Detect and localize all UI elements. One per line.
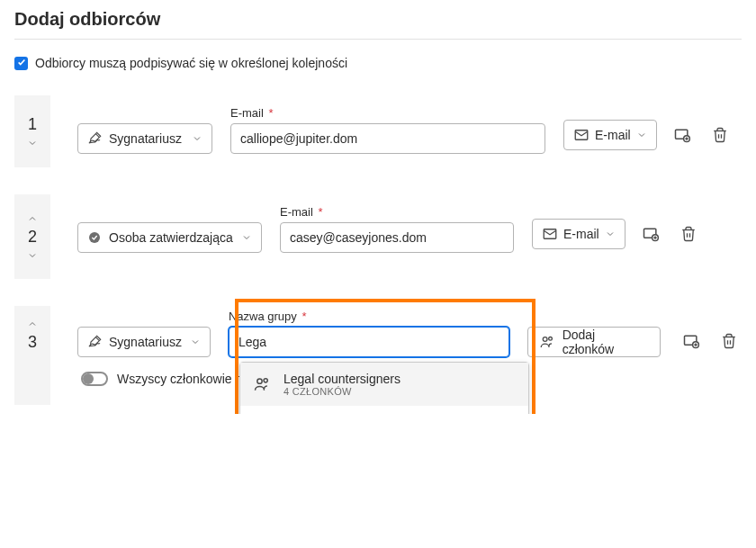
role-label: Osoba zatwierdzająca — [109, 230, 233, 245]
sign-order-label: Odbiorcy muszą podpisywać się w określon… — [35, 56, 347, 70]
group-name-field[interactable] — [229, 327, 509, 357]
recipient-row: 1 Sygnatariusz E-mail * E-mail — [14, 95, 742, 167]
group-icon — [253, 375, 271, 393]
group-add-icon — [539, 334, 555, 350]
delete-button[interactable] — [707, 122, 733, 148]
trash-icon — [721, 333, 737, 349]
chevron-down-icon — [192, 133, 202, 144]
role-select[interactable]: Sygnatariusz — [77, 123, 212, 154]
svg-point-5 — [89, 232, 100, 243]
page-title: Dodaj odbiorców — [14, 9, 742, 30]
delete-button[interactable] — [716, 328, 742, 354]
chevron-up-icon — [27, 319, 38, 329]
chevron-down-icon — [241, 232, 252, 243]
delete-button[interactable] — [676, 221, 701, 247]
sign-order-row[interactable]: Odbiorcy muszą podpisywać się w określon… — [14, 56, 742, 70]
order-handle[interactable]: 1 — [14, 95, 50, 167]
recipient-row: 2 Osoba zatwierdzająca E-mail * E-mail — [14, 194, 742, 279]
suggestion-name: Legal countersigners — [284, 372, 400, 386]
group-suggestion-item[interactable]: Legal countersigners 4 CZŁONKÓW — [240, 363, 528, 406]
email-label: E-mail * — [230, 106, 545, 120]
delivery-select[interactable]: E-mail — [563, 120, 657, 150]
role-label: Sygnatariusz — [109, 131, 182, 146]
chevron-up-icon — [27, 213, 38, 224]
divider — [14, 39, 742, 40]
chevron-down-icon — [605, 229, 616, 239]
options-button[interactable] — [679, 328, 704, 354]
mail-icon — [573, 127, 590, 143]
options-button[interactable] — [670, 122, 695, 148]
group-label: Nazwa grupy * — [229, 310, 509, 323]
role-label: Sygnatariusz — [109, 335, 182, 349]
email-label: E-mail * — [280, 205, 514, 219]
delivery-label: E-mail — [563, 227, 599, 241]
svg-point-18 — [264, 379, 267, 382]
options-icon — [682, 332, 700, 350]
delivery-select[interactable]: E-mail — [532, 219, 626, 249]
order-handle[interactable]: 2 — [14, 194, 50, 279]
add-members-button[interactable]: Dodaj członków — [527, 327, 661, 357]
order-number: 2 — [28, 228, 37, 247]
order-handle[interactable]: 3 — [14, 306, 50, 405]
order-number: 3 — [28, 333, 37, 352]
all-members-label: Wszyscy członkowie mu — [117, 372, 253, 386]
svg-point-17 — [257, 379, 262, 383]
options-button[interactable] — [638, 221, 663, 247]
email-field[interactable] — [230, 123, 545, 154]
add-members-label: Dodaj członków — [562, 328, 649, 356]
email-field[interactable] — [280, 222, 514, 253]
signer-icon — [87, 131, 102, 146]
group-suggestions-dropdown: Legal countersigners 4 CZŁONKÓW Legal Ma… — [239, 362, 529, 414]
svg-point-12 — [549, 337, 553, 340]
checkbox-sign-order[interactable] — [14, 57, 28, 70]
options-icon — [673, 126, 691, 144]
delivery-label: E-mail — [595, 128, 631, 142]
suggestion-count: 4 CZŁONKÓW — [284, 386, 400, 397]
chevron-down-icon — [190, 337, 201, 347]
mail-icon — [542, 226, 558, 242]
role-select[interactable]: Osoba zatwierdzająca — [77, 222, 262, 253]
signer-icon — [87, 335, 102, 349]
all-members-toggle[interactable] — [81, 372, 108, 386]
chevron-down-icon — [27, 138, 38, 148]
group-suggestion-item[interactable]: Legal Managers 3 CZŁONKÓW — [240, 406, 528, 414]
svg-point-11 — [543, 337, 547, 342]
order-number: 1 — [28, 115, 37, 134]
chevron-down-icon — [27, 250, 38, 261]
role-select[interactable]: Sygnatariusz — [77, 327, 211, 357]
approver-icon — [87, 230, 102, 245]
chevron-down-icon — [636, 130, 647, 140]
options-icon — [642, 225, 660, 243]
trash-icon — [712, 127, 728, 143]
trash-icon — [680, 226, 697, 242]
